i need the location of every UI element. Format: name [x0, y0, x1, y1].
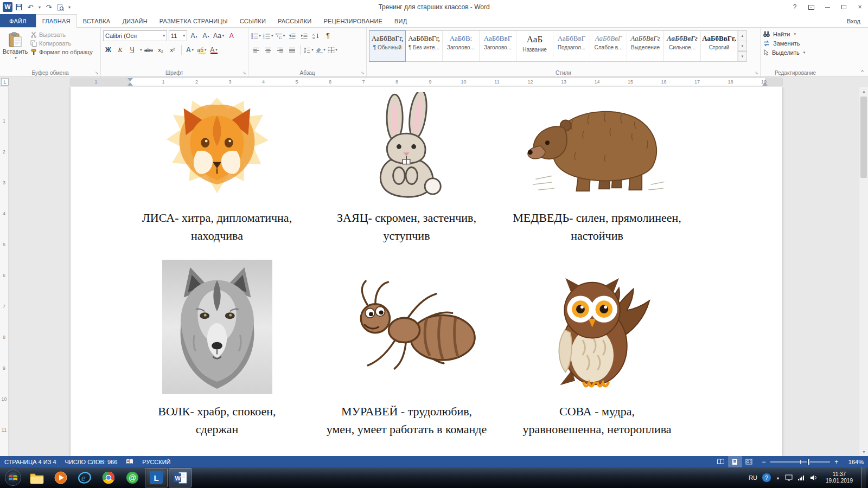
zoom-in-button[interactable]: + [833, 458, 840, 466]
replace-button[interactable]: Заменить [763, 40, 805, 47]
taskbar-item-mail[interactable]: @ [121, 468, 144, 487]
caption-line[interactable]: СОВА - мудра, [522, 402, 671, 420]
rabbit-image[interactable] [367, 89, 446, 201]
caption-line[interactable]: уступчив [337, 227, 476, 245]
page-indicator[interactable]: СТРАНИЦА 4 ИЗ 4 [0, 459, 61, 465]
print-layout-button[interactable] [728, 456, 742, 467]
line-spacing-button[interactable]: ▾ [303, 44, 314, 55]
tray-display-icon[interactable] [785, 474, 793, 481]
word-count[interactable]: ЧИСЛО СЛОВ: 966 [61, 459, 122, 465]
taskbar-item-media-player[interactable] [49, 468, 72, 487]
highlight-button[interactable]: аб▾ [197, 44, 207, 55]
scrollbar-down-icon[interactable]: ▼ [859, 447, 868, 456]
underline-button[interactable]: Ч [127, 44, 137, 55]
grow-font-button[interactable]: А▴ [189, 30, 199, 41]
styles-scroll-up-button[interactable]: ▲ [738, 31, 746, 41]
style-heading1[interactable]: АаБбВ: Заголово... [443, 31, 480, 61]
font-size-select[interactable]: 11 ▾ [169, 30, 187, 41]
sign-in-link[interactable]: Вход [847, 14, 868, 28]
caption-line[interactable]: уравновешенна, нетороплива [522, 420, 671, 438]
sort-button[interactable]: АЯ [311, 30, 322, 41]
style-heading2[interactable]: АаБбВвГ Заголово... [480, 31, 516, 61]
hanging-indent-marker[interactable] [127, 82, 133, 86]
show-desktop-button[interactable] [861, 467, 866, 488]
tab-file[interactable]: ФАЙЛ [0, 14, 36, 28]
caption[interactable]: ЛИСА- хитра, дипломатична, находчива [142, 209, 292, 245]
superscript-button[interactable]: x² [168, 44, 178, 55]
caption-line[interactable]: сдержан [158, 420, 276, 438]
caption[interactable]: ВОЛК- храбр, спокоен, сдержан [158, 402, 276, 438]
increase-indent-button[interactable] [299, 30, 310, 41]
caption-line[interactable]: настойчив [513, 227, 681, 245]
tab-home[interactable]: ГЛАВНАЯ [36, 14, 77, 28]
minimize-button[interactable] [819, 1, 835, 14]
styles-dialog-launcher[interactable]: ↘ [754, 70, 759, 75]
align-center-button[interactable] [263, 44, 273, 55]
taskbar-item-lingvo[interactable]: L [145, 468, 168, 487]
style-subtle-emphasis[interactable]: АаБбВвГ Слабое в... [590, 31, 627, 61]
scrollbar-thumb[interactable] [860, 97, 867, 178]
style-normal[interactable]: АаБбВвГг, ¶ Обычный [369, 30, 406, 62]
style-strict[interactable]: АаБбВвГг, Строгий [701, 31, 738, 61]
select-button[interactable]: Выделить ▾ [763, 49, 805, 56]
clear-formatting-button[interactable]: А [226, 30, 237, 41]
doc-cell-owl[interactable]: СОВА - мудра, уравновешенна, нетороплива [502, 258, 692, 438]
borders-button[interactable]: ▾ [327, 44, 338, 55]
show-formatting-marks-button[interactable]: ¶ [323, 30, 334, 41]
ant-image[interactable] [335, 258, 479, 394]
maximize-button[interactable] [835, 1, 852, 14]
change-case-button[interactable]: Аа▾ [213, 30, 225, 41]
caption[interactable]: ЗАЯЦ- скромен, застенчив, уступчив [337, 209, 476, 245]
doc-cell-fox[interactable]: ЛИСА- хитра, дипломатична, находчива [123, 89, 311, 245]
style-title[interactable]: АаБ Название [516, 31, 553, 61]
tab-mailings[interactable]: РАССЫЛКИ [272, 14, 317, 28]
tray-help-icon[interactable]: ? [762, 473, 771, 482]
styles-scroll-down-button[interactable]: ▼ [738, 41, 746, 52]
customize-qat-button[interactable]: ▾ [67, 2, 72, 12]
word-app-icon[interactable]: W [3, 2, 12, 12]
caption[interactable]: МЕДВЕДЬ- силен, прямолинеен, настойчив [513, 209, 681, 245]
paragraph-dialog-launcher[interactable]: ↘ [360, 70, 365, 75]
read-mode-button[interactable] [714, 456, 728, 467]
clipboard-dialog-launcher[interactable]: ↘ [94, 70, 99, 75]
shading-button[interactable]: ▾ [315, 44, 326, 55]
undo-button[interactable]: ↶ [25, 2, 35, 12]
ribbon-display-options-button[interactable]: ^ [803, 1, 819, 14]
redo-button[interactable]: ↷ [44, 2, 54, 12]
help-button[interactable]: ? [787, 1, 803, 14]
tray-language-indicator[interactable]: RU [749, 474, 757, 481]
wolf-image[interactable] [162, 258, 272, 394]
style-emphasis[interactable]: АаБбВвГг Выделение [627, 31, 664, 61]
caption-line[interactable]: МУРАВЕЙ - трудолюбив, [327, 402, 487, 420]
doc-cell-wolf[interactable]: ВОЛК- храбр, спокоен, сдержан [123, 258, 311, 438]
shrink-font-button[interactable]: А▾ [201, 30, 211, 41]
tray-network-icon[interactable] [797, 474, 805, 481]
decrease-indent-button[interactable] [287, 30, 298, 41]
numbering-button[interactable]: 123 ▾ [263, 30, 274, 41]
caption-line[interactable]: находчива [142, 227, 292, 245]
justify-button[interactable] [286, 44, 297, 55]
tray-clock[interactable]: 11:37 19.01.2019 [822, 471, 856, 484]
format-painter-button[interactable]: Формат по образцу [30, 49, 93, 55]
document-page[interactable]: ЛИСА- хитра, дипломатична, находчива [71, 87, 782, 456]
web-layout-button[interactable] [742, 456, 756, 467]
tab-references[interactable]: ССЫЛКИ [234, 14, 272, 28]
tab-view[interactable]: ВИД [388, 14, 413, 28]
zoom-slider-thumb[interactable] [807, 459, 810, 465]
tab-insert[interactable]: ВСТАВКА [77, 14, 117, 28]
align-right-button[interactable] [275, 44, 285, 55]
language-indicator[interactable]: РУССКИЙ [138, 459, 175, 465]
taskbar-item-chrome[interactable] [97, 468, 120, 487]
vertical-ruler[interactable]: 1234567891011 [0, 87, 8, 456]
tab-review[interactable]: РЕЦЕНЗИРОВАНИЕ [317, 14, 388, 28]
show-hidden-icons-button[interactable]: ▲ [776, 476, 780, 480]
tab-design[interactable]: ДИЗАЙН [116, 14, 153, 28]
subscript-button[interactable]: x₂ [156, 44, 166, 55]
tab-page-layout[interactable]: РАЗМЕТКА СТРАНИЦЫ [154, 14, 234, 28]
style-subtitle[interactable]: АаБбВвГ Подзагол... [553, 31, 590, 61]
vertical-scrollbar[interactable]: ▲ ▼ [859, 87, 868, 456]
doc-cell-bear[interactable]: МЕДВЕДЬ- силен, прямолинеен, настойчив [502, 89, 692, 245]
font-family-select[interactable]: Calibri (Осн ▾ [103, 30, 167, 41]
zoom-slider[interactable] [770, 461, 830, 463]
doc-cell-ant[interactable]: МУРАВЕЙ - трудолюбив, умен, умеет работа… [311, 258, 502, 438]
